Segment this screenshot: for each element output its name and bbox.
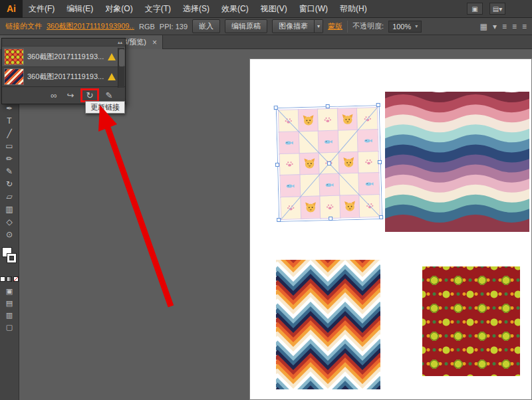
update-link-tooltip: 更新链接 [85,101,125,114]
menu-bar: Ai 文件(F) 编辑(E) 对象(O) 文字(T) 选择(S) 效果(C) 视… [0,0,532,18]
mask-button[interactable]: 蒙版 [328,21,342,31]
scrollbar-thumb[interactable] [119,49,124,66]
toolbar-lower-icons: ▣ ▤ ▥ ▢ [6,287,13,332]
chevron-down-icon: ▾ [499,5,502,13]
control-bar: 链接的文件 360截图20171119193909... RGB PPI: 13… [0,18,532,35]
workspace-icon: ▤ [493,5,499,13]
cat-pattern-object[interactable] [276,105,382,222]
links-panel-header: ▴▴ [2,39,125,47]
artboard[interactable] [249,58,532,400]
menu-edit[interactable]: 编辑(E) [61,0,99,18]
selection-handle[interactable] [277,218,281,222]
fill-stroke-swatches [0,246,19,274]
image-trace-button[interactable]: 图像描摹 [272,19,315,33]
rotate-tool[interactable]: ↻ [1,177,18,190]
illustrator-logo: Ai [0,0,23,18]
align-icon-2[interactable]: ≡ [512,22,517,31]
color-button[interactable] [0,276,5,282]
link-thumbnail-ornate [4,49,24,65]
draw-normal-icon[interactable]: ▣ [6,287,13,296]
menu-select[interactable]: 选择(S) [177,0,215,18]
zoom-tool[interactable]: ⊙ [1,228,18,241]
linked-file-label: 链接的文件 [5,21,42,31]
draw-behind-icon[interactable]: ▤ [6,299,13,308]
selection-handle[interactable] [329,217,332,221]
scale-tool[interactable]: ▱ [1,190,18,203]
link-name: 360截图20171119193... [27,72,104,82]
selection-handle[interactable] [326,104,330,108]
image-trace-dropdown-icon[interactable]: ▾ [315,19,323,33]
none-button[interactable] [13,276,19,282]
illustrator-window: { "menu_bar": { "logo": "Ai", "items": [… [0,0,532,400]
style-grid-icon[interactable]: ▦ [480,22,487,31]
paintbrush-tool[interactable]: ✏ [1,152,18,165]
selection-handle[interactable] [378,160,382,164]
chevron-down-icon: ▾ [415,23,418,29]
menu-view[interactable]: 视图(V) [255,0,293,18]
ppi-label: PPI: 139 [160,23,188,31]
color-mode-label: RGB [139,23,155,31]
eyedropper-tool[interactable]: ◇ [1,215,18,228]
collapse-panel-icon[interactable]: ▴▴ [118,40,122,45]
color-type-buttons [0,276,19,282]
chevron-down-icon[interactable]: ▾ [493,22,497,31]
opacity-value: 100% [392,23,411,31]
update-link-icon[interactable]: ↻ [84,90,95,100]
missing-link-warning-icon [108,73,116,80]
pencil-tool[interactable]: ✎ [1,165,18,177]
wave-pattern-object[interactable] [385,92,529,232]
selection-handle[interactable] [274,106,278,110]
selection-handle[interactable] [379,215,383,219]
links-panel: ▴▴ 360截图20171119193... 360截图20171119193.… [1,38,126,104]
link-name: 360截图20171119193... [27,52,104,62]
stroke-color-swatch[interactable] [7,253,17,263]
rectangle-tool[interactable]: ▭ [1,140,18,152]
selection-handle[interactable] [275,163,279,167]
type-tool[interactable]: T [1,114,18,127]
link-thumbnail-chevron [4,68,24,85]
selection-center-handle[interactable] [327,161,331,165]
menu-help[interactable]: 帮助(H) [334,0,373,18]
links-panel-scrollbar[interactable] [118,48,124,88]
link-row-1[interactable]: 360截图20171119193... [2,47,125,66]
ornate-pattern-object[interactable] [422,266,520,376]
line-tool[interactable]: ╱ [1,127,18,140]
missing-link-warning-icon [108,53,116,60]
chevron-pattern-object[interactable] [276,260,380,389]
workspace-switcher-icon[interactable]: ▤ ▾ [489,3,505,15]
screen-mode-icon[interactable]: ▢ [6,323,13,332]
menu-type[interactable]: 文字(T) [139,0,177,18]
edit-original-icon[interactable]: ✎ [104,90,114,100]
link-row-2[interactable]: 360截图20171119193... [2,66,125,86]
gradient-button[interactable] [7,276,12,282]
edit-original-button[interactable]: 编辑原稿 [225,19,267,33]
separator [347,21,348,33]
linked-filename-link[interactable]: 360截图20171119193909... [47,21,134,31]
opacity-label: 不透明度: [352,21,384,31]
align-icon-1[interactable]: ≡ [502,22,507,31]
relink-icon[interactable]: ∞ [49,90,59,100]
image-trace-split-button: 图像描摹 ▾ [272,19,323,33]
highlight-box: ↻ [80,88,99,102]
opacity-dropdown[interactable]: 100% ▾ [388,21,422,33]
menu-window[interactable]: 窗口(W) [293,0,334,18]
align-icon-3[interactable]: ≡ [522,22,527,31]
go-to-link-icon[interactable]: ↪ [65,90,76,100]
menu-file[interactable]: 文件(F) [23,0,61,18]
embed-button[interactable]: 嵌入 [192,19,220,33]
draw-inside-icon[interactable]: ▥ [6,311,13,320]
menu-object[interactable]: 对象(O) [99,0,138,18]
menu-effect[interactable]: 效果(C) [215,0,255,18]
selection-handle[interactable] [376,103,380,107]
gradient-tool[interactable]: ▥ [1,203,18,215]
close-icon[interactable]: × [152,38,157,47]
arrange-documents-icon[interactable]: ▣ [467,3,483,15]
